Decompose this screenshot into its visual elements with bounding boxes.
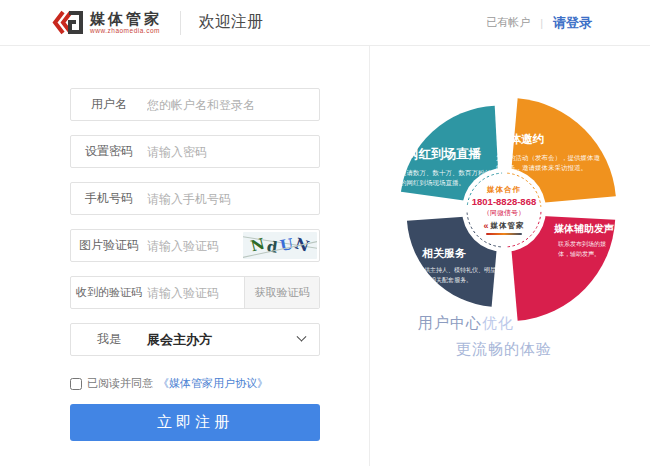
image-captcha-row: 图片验证码 N d U N — [70, 229, 320, 262]
role-label: 我是 — [71, 331, 147, 348]
username-input[interactable] — [147, 98, 319, 112]
agreement-checkbox[interactable] — [70, 378, 82, 390]
agreement-link[interactable]: 《媒体管家用户协议》 — [158, 376, 268, 391]
captcha-char: N — [293, 236, 311, 255]
captcha-char: U — [279, 237, 294, 254]
brand-chevron-icon: « — [483, 222, 488, 231]
page-title: 欢迎注册 — [199, 12, 263, 33]
chart-center-badge: 媒体合作 1801-8828-868 （同微信号） « 媒体管家 — [462, 168, 546, 252]
image-captcha-input[interactable] — [147, 239, 243, 253]
header: 媒体管家 www.zhaomedia.com 欢迎注册 已有帐户 | 请登录 — [0, 0, 650, 46]
role-select-row[interactable]: 我是 展会主办方 — [70, 323, 320, 356]
password-row: 设置密码 — [70, 135, 320, 168]
segment-desc-services: 提供主持人、模特礼仪、明星邀请等相关配套服务。 — [418, 266, 504, 285]
phone-row: 手机号码 — [70, 182, 320, 215]
chevron-down-icon — [297, 332, 307, 342]
captcha-image[interactable]: N d U N — [243, 232, 317, 259]
registration-form: 用户名 设置密码 手机号码 图片验证码 N d U N — [0, 46, 370, 466]
username-label: 用户名 — [71, 96, 147, 113]
image-captcha-label: 图片验证码 — [71, 237, 147, 254]
password-input[interactable] — [147, 145, 319, 159]
register-button[interactable]: 立即注册 — [70, 404, 320, 441]
promo-caption-line2: 更流畅的体验 — [456, 340, 552, 359]
username-row: 用户名 — [70, 88, 320, 121]
center-wechat-note: （同微信号） — [483, 208, 525, 218]
get-sms-code-button[interactable]: 获取验证码 — [244, 277, 319, 308]
agreement-row: 已阅读并同意 《媒体管家用户协议》 — [70, 376, 320, 391]
sms-code-row: 收到的验证码 获取验证码 — [70, 276, 320, 309]
segment-desc-voice: 联系发布到场的媒体，辅助发声。 — [558, 240, 614, 259]
brand-name: 媒体管家 — [90, 11, 162, 26]
sms-code-input[interactable] — [147, 286, 243, 300]
segment-title-voice: 媒体辅助发声 — [554, 222, 614, 236]
agreement-text: 已阅读并同意 — [87, 376, 153, 391]
header-right: 已有帐户 | 请登录 — [486, 14, 592, 32]
brand-logo-text: 媒体管家 www.zhaomedia.com — [90, 11, 162, 35]
main-content: 用户名 设置密码 手机号码 图片验证码 N d U N — [0, 46, 650, 466]
header-divider — [180, 11, 181, 35]
center-brand-name: 媒体管家 — [491, 221, 525, 231]
have-account-text: 已有帐户 — [486, 15, 530, 30]
promo-caption-part-a: 用户中心 — [418, 314, 482, 331]
captcha-char: d — [266, 239, 278, 255]
promo-caption-part-b: 优化 — [482, 314, 514, 331]
phone-label: 手机号码 — [71, 190, 147, 207]
header-bar-divider: | — [540, 17, 543, 29]
promo-panel: 网红到场直播 邀请数万、数十万、数百万粉丝的网红到场现场直播。 媒体邀约 为您的… — [370, 46, 650, 466]
captcha-char: N — [250, 237, 267, 255]
sms-code-label: 收到的验证码 — [71, 285, 147, 300]
promo-caption-line1: 用户中心优化 — [418, 314, 514, 333]
role-selected-value: 展会主办方 — [147, 331, 298, 349]
phone-input[interactable] — [147, 192, 319, 206]
password-label: 设置密码 — [71, 143, 147, 160]
segment-title-live: 网红到场直播 — [406, 146, 481, 163]
segment-title-services: 相关服务 — [422, 246, 466, 261]
brand-url: www.zhaomedia.com — [90, 28, 162, 35]
segment-title-invite: 媒体邀约 — [498, 132, 544, 147]
services-pie-chart: 网红到场直播 邀请数万、数十万、数百万粉丝的网红到场现场直播。 媒体邀约 为您的… — [384, 90, 634, 340]
login-link[interactable]: 请登录 — [553, 14, 592, 32]
brand-underline — [486, 233, 522, 235]
brand-logo-icon — [52, 9, 84, 37]
brand-logo[interactable]: 媒体管家 www.zhaomedia.com — [52, 9, 162, 37]
center-title: 媒体合作 — [487, 185, 521, 195]
center-phone-number: 1801-8828-868 — [472, 196, 536, 207]
registration-page: 媒体管家 www.zhaomedia.com 欢迎注册 已有帐户 | 请登录 用… — [0, 0, 650, 466]
center-brand: « 媒体管家 — [483, 221, 524, 231]
